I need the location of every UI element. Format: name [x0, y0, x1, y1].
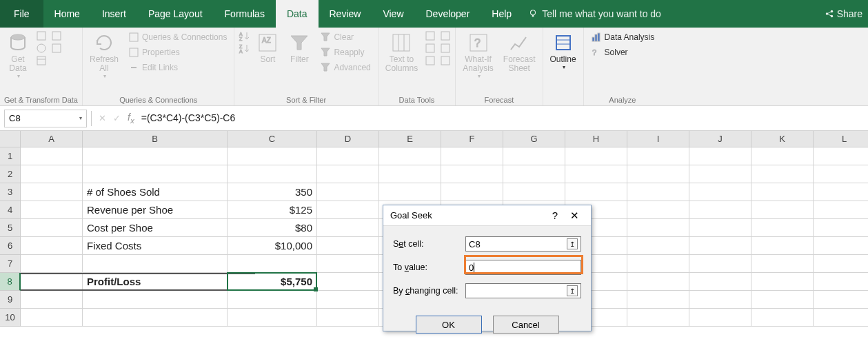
- column-header-K[interactable]: K: [751, 131, 814, 147]
- cell-J8[interactable]: [689, 273, 751, 291]
- cell-L8[interactable]: [814, 273, 868, 291]
- cell-K2[interactable]: [751, 165, 814, 183]
- column-header-G[interactable]: G: [503, 131, 565, 147]
- cell-I3[interactable]: [627, 183, 689, 201]
- share-button[interactable]: Share: [825, 0, 868, 28]
- column-header-I[interactable]: I: [627, 131, 689, 147]
- cell-D3[interactable]: [317, 183, 379, 201]
- cell-D9[interactable]: [317, 291, 379, 309]
- from-table-icon[interactable]: [36, 55, 47, 66]
- cell-I1[interactable]: [627, 147, 689, 165]
- from-web-icon[interactable]: [36, 43, 47, 54]
- cell-C3[interactable]: 350: [228, 183, 317, 201]
- column-header-B[interactable]: B: [83, 131, 228, 147]
- cell-I4[interactable]: [627, 201, 689, 219]
- column-header-J[interactable]: J: [689, 131, 751, 147]
- cell-A6[interactable]: [21, 237, 83, 255]
- consolidate-icon[interactable]: [440, 30, 451, 41]
- cell-D2[interactable]: [317, 165, 379, 183]
- cell-C10[interactable]: [228, 309, 317, 327]
- cell-C8[interactable]: $5,750: [228, 273, 317, 291]
- cell-C7[interactable]: [228, 255, 317, 273]
- cell-D8[interactable]: [317, 273, 379, 291]
- existing-connections-icon[interactable]: [51, 43, 62, 54]
- tab-developer[interactable]: Developer: [415, 0, 481, 28]
- collapse-dialog-icon[interactable]: ↥: [567, 285, 578, 296]
- column-header-H[interactable]: H: [565, 131, 627, 147]
- to-value-input[interactable]: 0: [465, 260, 581, 275]
- tab-page-layout[interactable]: Page Layout: [137, 0, 214, 28]
- what-if-analysis-button[interactable]: ?What-If Analysis▾: [460, 30, 496, 81]
- cell-F2[interactable]: [441, 165, 503, 183]
- cell-K8[interactable]: [751, 273, 814, 291]
- cell-J5[interactable]: [689, 219, 751, 237]
- row-header-6[interactable]: 6: [0, 237, 21, 255]
- cell-J6[interactable]: [689, 237, 751, 255]
- cell-L10[interactable]: [814, 309, 868, 327]
- tab-file[interactable]: File: [0, 0, 43, 28]
- cell-J2[interactable]: [689, 165, 751, 183]
- cell-D5[interactable]: [317, 219, 379, 237]
- tell-me-search[interactable]: Tell me what you want to do: [528, 0, 661, 28]
- sort-asc-icon[interactable]: AZ: [239, 30, 250, 41]
- column-header-E[interactable]: E: [379, 131, 441, 147]
- cell-G1[interactable]: [503, 147, 565, 165]
- properties-button[interactable]: Properties: [125, 45, 230, 59]
- cell-K5[interactable]: [751, 219, 814, 237]
- cell-B6[interactable]: Fixed Costs: [83, 237, 228, 255]
- insert-function-button[interactable]: fx: [128, 112, 134, 125]
- cell-A2[interactable]: [21, 165, 83, 183]
- column-header-A[interactable]: A: [21, 131, 83, 147]
- data-analysis-button[interactable]: Data Analysis: [588, 30, 658, 44]
- cell-J4[interactable]: [689, 201, 751, 219]
- tab-review[interactable]: Review: [319, 0, 372, 28]
- dialog-help-button[interactable]: ?: [545, 209, 565, 221]
- select-all-corner[interactable]: [0, 131, 21, 147]
- cell-B3[interactable]: # of Shoes Sold: [83, 183, 228, 201]
- cell-E1[interactable]: [379, 147, 441, 165]
- ok-button[interactable]: OK: [416, 316, 482, 334]
- cancel-formula-icon[interactable]: ✕: [99, 113, 106, 123]
- row-header-10[interactable]: 10: [0, 309, 21, 327]
- cell-A4[interactable]: [21, 201, 83, 219]
- cancel-button[interactable]: Cancel: [493, 316, 559, 334]
- tab-help[interactable]: Help: [481, 0, 523, 28]
- cell-L4[interactable]: [814, 201, 868, 219]
- cell-K4[interactable]: [751, 201, 814, 219]
- row-header-1[interactable]: 1: [0, 147, 21, 165]
- cell-D6[interactable]: [317, 237, 379, 255]
- text-to-columns-button[interactable]: Text to Columns: [383, 30, 421, 74]
- cell-F3[interactable]: [441, 183, 503, 201]
- reapply-button[interactable]: Reapply: [317, 45, 373, 59]
- cell-A8[interactable]: [21, 273, 83, 291]
- cell-A3[interactable]: [21, 183, 83, 201]
- cell-K9[interactable]: [751, 291, 814, 309]
- cell-B5[interactable]: Cost per Shoe: [83, 219, 228, 237]
- cell-L3[interactable]: [814, 183, 868, 201]
- cell-L5[interactable]: [814, 219, 868, 237]
- cell-E2[interactable]: [379, 165, 441, 183]
- cell-K10[interactable]: [751, 309, 814, 327]
- get-data-button[interactable]: Get Data▾: [4, 30, 32, 81]
- cell-I6[interactable]: [627, 237, 689, 255]
- cell-C9[interactable]: [228, 291, 317, 309]
- cell-E3[interactable]: [379, 183, 441, 201]
- row-header-4[interactable]: 4: [0, 201, 21, 219]
- cell-B4[interactable]: Revenue per Shoe: [83, 201, 228, 219]
- cell-K6[interactable]: [751, 237, 814, 255]
- row-header-5[interactable]: 5: [0, 219, 21, 237]
- edit-links-button[interactable]: Edit Links: [125, 61, 230, 74]
- cell-K1[interactable]: [751, 147, 814, 165]
- cell-C1[interactable]: [228, 147, 317, 165]
- column-header-F[interactable]: F: [441, 131, 503, 147]
- cell-L1[interactable]: [814, 147, 868, 165]
- tab-home[interactable]: Home: [43, 0, 91, 28]
- clear-filter-button[interactable]: Clear: [317, 30, 373, 44]
- cell-C2[interactable]: [228, 165, 317, 183]
- cell-A10[interactable]: [21, 309, 83, 327]
- cell-K3[interactable]: [751, 183, 814, 201]
- tab-formulas[interactable]: Formulas: [214, 0, 276, 28]
- cell-A9[interactable]: [21, 291, 83, 309]
- column-header-C[interactable]: C: [228, 131, 317, 147]
- cell-B9[interactable]: [83, 291, 228, 309]
